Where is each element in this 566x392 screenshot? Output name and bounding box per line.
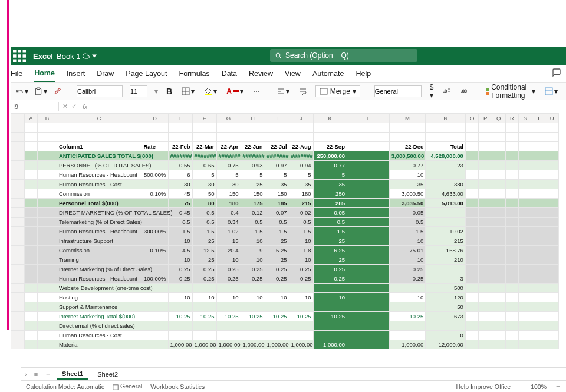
col-header[interactable]: H: [241, 114, 265, 123]
menu-help[interactable]: Help: [356, 66, 371, 81]
comments-icon[interactable]: [552, 68, 561, 79]
font-color-button[interactable]: A▾: [225, 86, 245, 97]
merge-button[interactable]: Merge▾: [315, 85, 360, 97]
col-header[interactable]: A: [24, 114, 38, 123]
svg-rect-0: [13, 50, 17, 53]
decimal-dec-button[interactable]: .0: [442, 86, 453, 97]
name-box[interactable]: I9: [11, 102, 59, 111]
col-header[interactable]: P: [479, 114, 492, 123]
borders-button[interactable]: ▾: [180, 86, 196, 97]
tab-sheet2[interactable]: Sheet2: [93, 370, 123, 379]
col-header[interactable]: R: [505, 114, 519, 123]
svg-rect-7: [18, 60, 21, 63]
col-header[interactable]: F: [192, 114, 216, 123]
menu-formulas[interactable]: Formulas: [179, 66, 210, 81]
menu-file[interactable]: File: [11, 66, 22, 81]
cloud-save-icon: [83, 52, 90, 60]
nav-prev[interactable]: ›: [24, 371, 28, 378]
col-header[interactable]: G: [216, 114, 241, 123]
col-header[interactable]: T: [532, 114, 545, 123]
ribbon: ▾ ▾ ▾ B ▾ ▾ A▾ ⋯ ▾ Merge▾ $ ▾ .0 .00 Con…: [11, 83, 566, 100]
font-name-select[interactable]: [77, 85, 123, 97]
svg-rect-15: [205, 94, 212, 95]
col-header[interactable]: Q: [492, 114, 506, 123]
menu-page-layout[interactable]: Page Layout: [126, 66, 167, 81]
zoom-out-button[interactable]: −: [519, 383, 522, 390]
app-launcher-icon[interactable]: [13, 50, 26, 62]
confirm-icon[interactable]: ✓: [71, 103, 77, 110]
svg-text:.00: .00: [461, 89, 467, 93]
menu-insert[interactable]: Insert: [67, 66, 85, 81]
svg-rect-5: [23, 54, 27, 58]
more-font-button[interactable]: ⋯: [252, 86, 261, 97]
spreadsheet-grid[interactable]: ABCDEFGHIJKLMNOPQRSTU Column1Rate22-Feb2…: [11, 113, 566, 349]
decimal-inc-button[interactable]: .00: [460, 86, 470, 97]
svg-rect-11: [37, 88, 40, 89]
col-header[interactable]: L: [347, 114, 389, 123]
menu-view[interactable]: View: [285, 66, 301, 81]
status-bar: Calculation Mode: Automatic General Work…: [21, 380, 566, 392]
menu-home[interactable]: Home: [34, 65, 55, 82]
svg-line-10: [279, 57, 281, 58]
search-box[interactable]: Search (Option + Q): [270, 49, 417, 62]
sheet-tabs: › ≡ ＋ Sheet1 Sheet2: [21, 367, 566, 380]
svg-rect-2: [23, 50, 27, 53]
currency-button[interactable]: $ ▾: [429, 82, 435, 101]
zoom-in-button[interactable]: ＋: [555, 383, 561, 391]
align-button[interactable]: ▾: [275, 86, 291, 97]
tab-sheet1[interactable]: Sheet1: [57, 369, 88, 380]
status-calc: Calculation Mode: Automatic: [26, 383, 104, 390]
menu-review[interactable]: Review: [249, 66, 273, 81]
col-header[interactable]: O: [465, 114, 479, 123]
svg-rect-26: [545, 88, 552, 95]
col-header[interactable]: K: [313, 114, 347, 123]
wrap-text-button[interactable]: [298, 86, 308, 97]
col-header[interactable]: B: [38, 114, 57, 123]
col-header[interactable]: S: [519, 114, 532, 123]
status-help[interactable]: Help Improve Office: [456, 383, 511, 390]
bold-button[interactable]: B: [165, 85, 173, 97]
svg-rect-3: [13, 54, 17, 58]
fx-icon[interactable]: fx: [80, 103, 88, 110]
col-header[interactable]: U: [545, 114, 559, 123]
svg-rect-24: [486, 92, 489, 95]
svg-rect-30: [113, 384, 118, 389]
undo-button[interactable]: ▾: [14, 86, 29, 97]
sheet-list[interactable]: ≡: [33, 371, 39, 378]
font-size-select[interactable]: [130, 85, 147, 97]
svg-rect-4: [18, 54, 21, 58]
svg-text:.0: .0: [443, 89, 447, 93]
search-icon: [275, 52, 282, 59]
col-header[interactable]: E: [168, 114, 192, 123]
col-header[interactable]: M: [389, 114, 426, 123]
svg-rect-1: [18, 50, 21, 53]
chevron-down-icon: [92, 54, 97, 58]
workbook-name[interactable]: Book 1: [57, 52, 97, 61]
svg-rect-19: [320, 88, 327, 94]
format-table-button[interactable]: ▾: [544, 86, 559, 97]
menu-automate[interactable]: Automate: [312, 66, 344, 81]
paste-button[interactable]: ▾: [33, 86, 48, 97]
status-wbstats[interactable]: Workbook Statistics: [150, 383, 205, 390]
format-painter-button[interactable]: [52, 86, 62, 97]
menu-bar: File Home Insert Draw Page Layout Formul…: [11, 65, 566, 83]
cancel-icon[interactable]: ✕: [62, 103, 68, 110]
fill-color-button[interactable]: ▾: [203, 86, 218, 97]
col-header[interactable]: D: [142, 114, 168, 123]
col-header[interactable]: N: [426, 114, 466, 123]
zoom-level: 100%: [531, 383, 547, 390]
col-header[interactable]: I: [265, 114, 289, 123]
number-format-select[interactable]: [374, 85, 422, 97]
svg-rect-8: [23, 60, 27, 63]
svg-rect-22: [486, 88, 489, 91]
status-general: General: [113, 383, 142, 390]
formula-bar: I9 ✕ ✓ fx: [11, 100, 566, 113]
svg-rect-6: [13, 60, 17, 63]
add-sheet-button[interactable]: ＋: [44, 370, 52, 378]
menu-draw[interactable]: Draw: [97, 66, 114, 81]
col-header[interactable]: J: [289, 114, 313, 123]
svg-point-9: [276, 53, 280, 57]
col-header[interactable]: C: [57, 114, 142, 123]
menu-data[interactable]: Data: [222, 66, 237, 81]
conditional-formatting-button[interactable]: Conditional Formatting ▾: [485, 82, 537, 101]
